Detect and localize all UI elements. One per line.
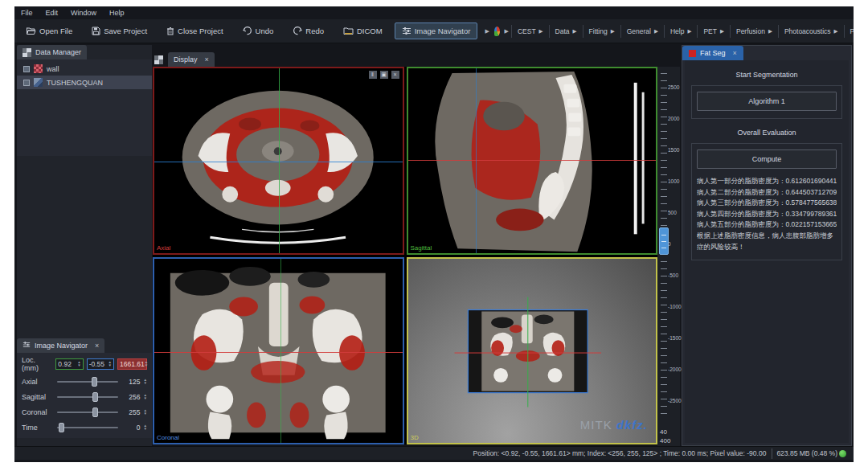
axial-crosshair-line[interactable]: [408, 160, 657, 161]
maximize-icon[interactable]: ▣: [380, 71, 388, 79]
image-navigator-label: Image Navigator: [415, 27, 471, 35]
level-window-handle[interactable]: [659, 227, 669, 255]
open-file-label: Open File: [39, 27, 72, 35]
image-navigator-body: Loc. (mm) 0.92▲▼ -0.55▲▼ 1661.61▲▼ Axial…: [17, 353, 152, 438]
menu-file[interactable]: File: [21, 9, 33, 17]
threed-view-label: 3D: [411, 434, 419, 441]
spinner-arrows-icon[interactable]: ▲▼: [144, 379, 147, 385]
close-project-button[interactable]: Close Project: [159, 23, 231, 39]
viewmenu-data[interactable]: Data▶: [549, 25, 583, 38]
tick-label: -2500: [668, 398, 682, 403]
undo-label: Undo: [256, 27, 274, 35]
fat-seg-body: Start Segmentation Algorithm 1 Overall E…: [685, 60, 849, 443]
tick-label: 2500: [668, 84, 679, 90]
sagittal-slider-row: Sagittal 256 ▲▼: [22, 389, 147, 404]
view-menu-bar: CEST▶ Data▶ Fitting▶ General▶ Help▶ PET▶…: [511, 19, 854, 43]
coronal-slider-row: Coronal 255 ▲▼: [22, 404, 147, 420]
loc-x-spinbox[interactable]: 0.92▲▼: [55, 358, 83, 370]
undo-button[interactable]: Undo: [235, 23, 281, 39]
image-navigator-panel: Image Navigator × Loc. (mm) 0.92▲▼ -0.55…: [17, 338, 152, 429]
visibility-checkbox[interactable]: [23, 80, 30, 86]
pin-icon[interactable]: ‖: [369, 71, 377, 79]
time-slider-row: Time 0 ▲▼: [22, 420, 147, 435]
tab-image-navigator[interactable]: Image Navigator ×: [17, 338, 104, 353]
sagittal-view-label: Sagittal: [411, 244, 432, 252]
viewmenu-fitting[interactable]: Fitting▶: [583, 25, 620, 38]
compute-button[interactable]: Compute: [697, 149, 837, 169]
redo-button[interactable]: Redo: [285, 23, 331, 39]
spinner-arrows-icon[interactable]: ▲▼: [144, 394, 147, 400]
settings-icon[interactable]: ×: [391, 71, 399, 79]
tab-data-manager[interactable]: Data Manager: [17, 45, 87, 59]
spinner-arrows-icon[interactable]: ▲▼: [144, 409, 147, 416]
axial-slider-row: Axial 125 ▲▼: [22, 374, 147, 389]
chevron-right-icon: ▶: [539, 28, 543, 35]
color-wheel-icon[interactable]: [494, 27, 500, 36]
memory-status-icon: [839, 450, 846, 457]
axial-viewport[interactable]: ‖ ▣ × Axial: [153, 67, 404, 255]
dicom-label: DICOM: [357, 27, 383, 35]
viewmenu-photoacoustics[interactable]: Photoacoustics▶: [778, 25, 844, 38]
threed-scene: [408, 259, 656, 444]
tick-label: 1000: [668, 178, 679, 184]
sagittal-viewport[interactable]: Sagittal: [407, 67, 658, 255]
tab-display[interactable]: Display ×: [168, 52, 215, 67]
coronal-viewport[interactable]: Coronal: [153, 257, 404, 445]
tree-item-tushengquan[interactable]: TUSHENGQUAN: [17, 76, 152, 89]
fat-seg-icon: [689, 50, 696, 57]
coronal-crosshair-line[interactable]: [476, 68, 477, 253]
menu-help[interactable]: Help: [109, 9, 125, 17]
spinner-arrows-icon[interactable]: ▲▼: [108, 361, 112, 367]
menu-window[interactable]: Window: [71, 9, 96, 17]
spinner-arrows-icon[interactable]: ▲▼: [145, 361, 148, 367]
time-slider[interactable]: [57, 427, 118, 428]
result-conclusion: 根据上述脂肪密度信息，病人患腹部脂肪增多症的风险较高！: [697, 231, 837, 252]
slider-thumb[interactable]: [92, 392, 98, 402]
open-file-button[interactable]: Open File: [18, 23, 80, 39]
close-icon[interactable]: ×: [733, 49, 737, 57]
axial-crosshair-line[interactable]: [154, 352, 403, 353]
menu-edit[interactable]: Edit: [46, 9, 59, 17]
viewmenu-pet[interactable]: PET▶: [697, 25, 730, 38]
sagittal-slider[interactable]: [57, 396, 118, 398]
spinner-arrows-icon[interactable]: ▲▼: [77, 361, 80, 367]
quad-view-icon: [154, 55, 163, 64]
viewmenu-help[interactable]: Help▶: [664, 25, 697, 38]
threed-viewport[interactable]: MITK dkfz. 3D: [407, 257, 658, 445]
sagittal-crosshair-line[interactable]: [280, 259, 281, 444]
chevron-right-icon: ▶: [687, 28, 691, 35]
slider-thumb[interactable]: [59, 423, 64, 432]
tree-item-wall[interactable]: wall: [17, 62, 152, 76]
level-window-slider[interactable]: 2500 2000 1500 1000 500 0 -500 -1000 -15…: [657, 67, 680, 446]
loc-y-spinbox[interactable]: -0.55▲▼: [87, 358, 114, 370]
close-icon[interactable]: ×: [205, 55, 209, 63]
redo-icon: [293, 27, 302, 35]
sagittal-crosshair-line[interactable]: [279, 68, 280, 253]
loc-z-spinbox[interactable]: 1661.61▲▼: [117, 358, 147, 370]
algorithm-1-button[interactable]: Algorithm 1: [697, 92, 837, 111]
visibility-checkbox[interactable]: [23, 66, 30, 72]
viewmenu-perfusion[interactable]: Perfusion▶: [730, 25, 778, 38]
close-project-label: Close Project: [178, 27, 223, 35]
dicom-folder-icon: [343, 27, 354, 35]
coronal-slider[interactable]: [57, 412, 118, 413]
tab-fat-seg[interactable]: Fat Seg ×: [682, 46, 743, 60]
save-project-button[interactable]: Save Project: [84, 23, 154, 39]
sliders-icon: [23, 341, 31, 350]
viewmenu-general[interactable]: General▶: [620, 25, 664, 38]
close-icon[interactable]: ×: [95, 342, 99, 350]
surface-node-icon: [34, 64, 43, 73]
viewmenu-preprocessing[interactable]: Preprocessing▶: [844, 25, 854, 38]
result-line: 病人第二部分的脂肪密度为：0.6445037127096894: [697, 187, 837, 199]
dicom-button[interactable]: DICOM: [336, 23, 390, 39]
color-menu-arrow[interactable]: ▶: [502, 28, 511, 35]
slider-thumb[interactable]: [92, 407, 98, 417]
trash-icon: [166, 27, 174, 35]
viewmenu-cest[interactable]: CEST▶: [511, 25, 549, 38]
image-navigator-button[interactable]: Image Navigator: [395, 23, 478, 39]
slider-thumb[interactable]: [92, 377, 97, 387]
axial-slider[interactable]: [57, 381, 118, 383]
spinner-arrows-icon[interactable]: ▲▼: [144, 424, 147, 431]
toolbar-overflow-arrow[interactable]: ▶: [482, 28, 491, 35]
overall-evaluation-header: Overall Evaluation: [691, 129, 842, 137]
